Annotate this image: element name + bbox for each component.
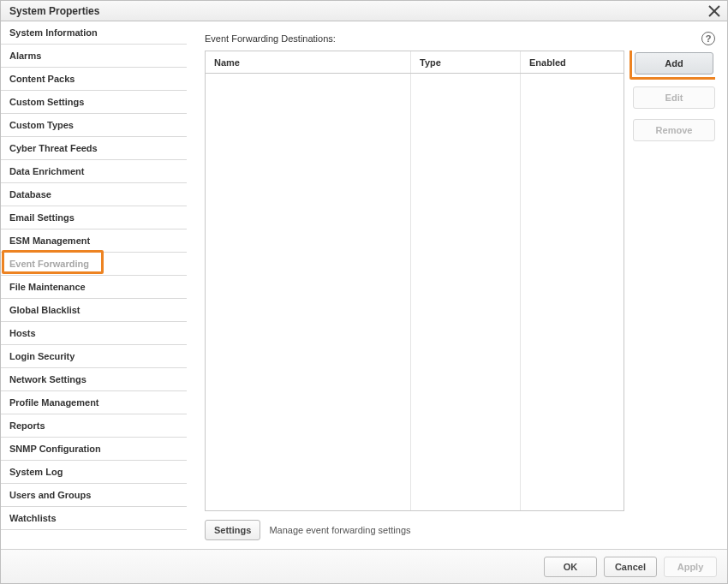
sidebar-item-label: Custom Types (9, 120, 74, 130)
sidebar-item-content-packs[interactable]: Content Packs (1, 68, 187, 91)
sidebar-item-profile-management[interactable]: Profile Management (1, 391, 187, 414)
remove-button[interactable]: Remove (633, 119, 715, 141)
apply-button[interactable]: Apply (664, 557, 717, 577)
settings-description: Manage event forwarding settings (269, 525, 410, 535)
sidebar-item-label: Login Security (9, 351, 75, 361)
column-header-name[interactable]: Name (206, 51, 411, 73)
sidebar-item-label: Users and Groups (9, 490, 91, 500)
titlebar: System Properties (1, 1, 727, 21)
sidebar-item-label: Alarms (9, 51, 41, 61)
sidebar-item-system-log[interactable]: System Log (1, 461, 187, 484)
sidebar-item-label: Profile Management (9, 397, 99, 408)
sidebar: System Information Alarms Content Packs … (1, 21, 188, 549)
destinations-table: Name Type Enabled (205, 51, 624, 511)
sidebar-item-label: Network Settings (9, 374, 87, 384)
sidebar-item-label: Global Blacklist (9, 305, 81, 315)
sidebar-item-label: Hosts (9, 328, 36, 338)
cancel-button[interactable]: Cancel (604, 557, 657, 577)
main-panel: Event Forwarding Destinations: ? Name Ty… (188, 21, 727, 549)
sidebar-item-data-enrichment[interactable]: Data Enrichment (1, 160, 187, 183)
sidebar-item-network-settings[interactable]: Network Settings (1, 368, 187, 391)
sidebar-item-global-blacklist[interactable]: Global Blacklist (1, 299, 187, 322)
dialog-footer: OK Cancel Apply (1, 549, 727, 583)
ok-button[interactable]: OK (544, 557, 597, 577)
sidebar-item-users-and-groups[interactable]: Users and Groups (1, 484, 187, 507)
sidebar-item-label: Content Packs (9, 74, 75, 84)
system-properties-dialog: System Properties System Information Ala… (0, 0, 728, 584)
sidebar-item-label: Watchlists (9, 513, 57, 523)
sidebar-item-alarms[interactable]: Alarms (1, 45, 187, 68)
sidebar-item-label: Database (9, 189, 51, 200)
dialog-title: System Properties (9, 5, 707, 17)
table-header: Name Type Enabled (206, 51, 624, 74)
sidebar-item-login-security[interactable]: Login Security (1, 345, 187, 368)
sidebar-item-label: Email Settings (9, 212, 75, 223)
sidebar-item-snmp-configuration[interactable]: SNMP Configuration (1, 438, 187, 461)
sidebar-item-label: ESM Management (9, 235, 90, 246)
sidebar-item-file-maintenance[interactable]: File Maintenance (1, 276, 187, 299)
edit-button[interactable]: Edit (633, 86, 715, 109)
sidebar-item-label: Data Enrichment (9, 166, 84, 176)
sidebar-item-hosts[interactable]: Hosts (1, 322, 187, 345)
sidebar-item-reports[interactable]: Reports (1, 414, 187, 438)
sidebar-item-email-settings[interactable]: Email Settings (1, 206, 187, 229)
section-title: Event Forwarding Destinations: (205, 33, 701, 44)
sidebar-item-esm-management[interactable]: ESM Management (1, 229, 187, 253)
side-buttons: Add Edit Remove (633, 51, 715, 511)
sidebar-item-label: File Maintenance (9, 282, 86, 292)
close-icon[interactable] (707, 3, 722, 19)
sidebar-item-label: Event Forwarding (9, 259, 89, 269)
column-header-type[interactable]: Type (411, 51, 521, 73)
table-body[interactable] (206, 74, 624, 510)
add-button[interactable]: Add (635, 52, 713, 74)
sidebar-item-event-forwarding[interactable]: Event Forwarding (1, 253, 187, 276)
sidebar-item-label: System Information (9, 27, 98, 38)
column-header-enabled[interactable]: Enabled (521, 51, 624, 73)
sidebar-item-cyber-threat-feeds[interactable]: Cyber Threat Feeds (1, 137, 187, 160)
sidebar-item-label: Custom Settings (9, 97, 84, 107)
sidebar-item-label: Cyber Threat Feeds (9, 143, 98, 153)
sidebar-item-custom-settings[interactable]: Custom Settings (1, 91, 187, 114)
settings-button[interactable]: Settings (205, 520, 260, 540)
sidebar-item-custom-types[interactable]: Custom Types (1, 114, 187, 137)
help-icon[interactable]: ? (701, 32, 715, 45)
sidebar-item-label: System Log (9, 467, 63, 477)
sidebar-item-database[interactable]: Database (1, 183, 187, 206)
sidebar-item-system-information[interactable]: System Information (1, 21, 187, 45)
sidebar-item-label: SNMP Configuration (9, 444, 101, 454)
sidebar-item-label: Reports (9, 420, 45, 431)
sidebar-item-watchlists[interactable]: Watchlists (1, 507, 187, 530)
